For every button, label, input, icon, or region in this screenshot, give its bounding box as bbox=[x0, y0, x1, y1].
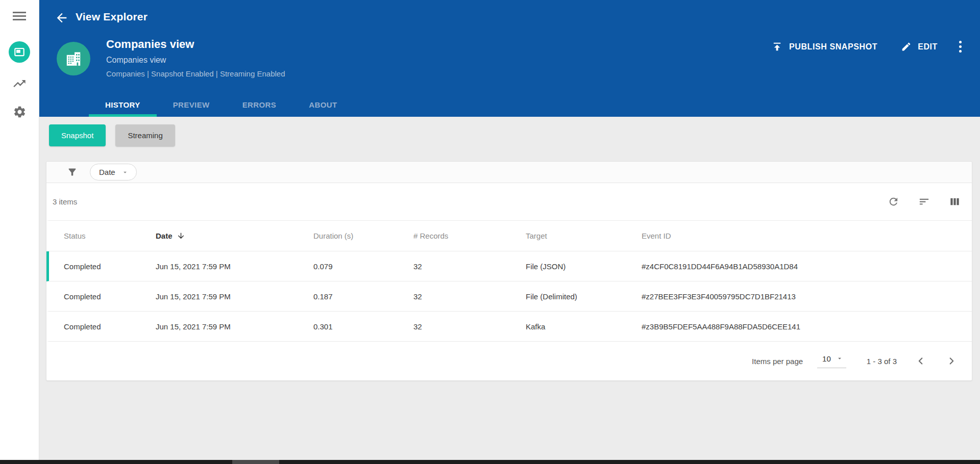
column-header-duration[interactable]: Duration (s) bbox=[313, 231, 413, 240]
chevron-left-icon[interactable] bbox=[914, 354, 927, 368]
trending-up-icon bbox=[12, 76, 27, 91]
page-header: View Explorer Companies view Compa bbox=[39, 0, 980, 117]
view-subtitle: Companies view bbox=[106, 56, 285, 65]
page-title: Companies view bbox=[106, 38, 285, 51]
table-row[interactable]: Completed Jun 15, 2021 7:59 PM 0.079 32 … bbox=[46, 251, 972, 281]
tab-bar: HISTORY PREVIEW ERRORS ABOUT bbox=[89, 92, 354, 117]
chevron-down-icon bbox=[121, 169, 129, 176]
view-meta: Companies | Snapshot Enabled | Streaming… bbox=[106, 69, 285, 78]
items-per-page-value: 10 bbox=[822, 354, 831, 363]
app-title: View Explorer bbox=[76, 11, 148, 23]
edit-pencil-icon bbox=[901, 41, 912, 52]
filter-funnel-icon[interactable] bbox=[67, 167, 78, 177]
bottom-taskbar-edge bbox=[0, 460, 980, 464]
cell-records: 32 bbox=[413, 262, 526, 271]
chevron-down-icon bbox=[836, 355, 843, 362]
menu-icon[interactable] bbox=[13, 12, 26, 22]
edit-button[interactable]: EDIT bbox=[901, 41, 938, 52]
chevron-right-icon[interactable] bbox=[945, 354, 958, 368]
sidebar bbox=[0, 0, 39, 460]
filter-bar: Date bbox=[46, 162, 972, 183]
cell-target: File (JSON) bbox=[526, 262, 642, 271]
cell-duration: 0.301 bbox=[313, 322, 413, 331]
table-toolbar: 3 items bbox=[46, 183, 972, 220]
sort-lines-icon[interactable] bbox=[918, 196, 930, 208]
toolbar-icons bbox=[887, 196, 961, 208]
cell-records: 32 bbox=[413, 322, 526, 331]
columns-icon[interactable] bbox=[948, 196, 961, 208]
cell-status: Completed bbox=[64, 292, 156, 301]
column-header-records[interactable]: # Records bbox=[413, 231, 526, 240]
column-header-target[interactable]: Target bbox=[526, 231, 642, 240]
cell-target: File (Delimited) bbox=[526, 292, 642, 301]
publish-snapshot-button[interactable]: PUBLISH SNAPSHOT bbox=[771, 41, 877, 53]
column-header-event-id[interactable]: Event ID bbox=[642, 231, 972, 240]
items-per-page-select[interactable]: 10 bbox=[817, 354, 846, 368]
cell-duration: 0.079 bbox=[313, 262, 413, 271]
view-avatar bbox=[57, 42, 90, 75]
cell-date: Jun 15, 2021 7:59 PM bbox=[156, 292, 313, 301]
publish-snapshot-label: PUBLISH SNAPSHOT bbox=[789, 42, 877, 51]
cell-event-id: #z27BEE3FF3E3F40059795DC7D1BF21413 bbox=[642, 292, 972, 301]
back-arrow-icon[interactable] bbox=[55, 11, 69, 25]
tab-errors[interactable]: ERRORS bbox=[226, 92, 293, 117]
edit-label: EDIT bbox=[918, 42, 938, 51]
views-icon bbox=[13, 45, 26, 59]
cell-duration: 0.187 bbox=[313, 292, 413, 301]
tab-preview[interactable]: PREVIEW bbox=[157, 92, 226, 117]
history-table-card: Date 3 items bbox=[46, 161, 972, 381]
column-header-date[interactable]: Date bbox=[156, 231, 313, 240]
sidebar-item-settings[interactable] bbox=[12, 105, 27, 119]
tab-history[interactable]: HISTORY bbox=[89, 92, 157, 117]
refresh-icon[interactable] bbox=[887, 196, 899, 208]
table-row[interactable]: Completed Jun 15, 2021 7:59 PM 0.187 32 … bbox=[46, 281, 972, 312]
content-area: Snapshot Streaming Date 3 items bbox=[39, 117, 980, 460]
table-header-row: Status Date Duration (s) # Records Targe… bbox=[46, 220, 972, 251]
tab-about[interactable]: ABOUT bbox=[292, 92, 353, 117]
scrollbar-thumb[interactable] bbox=[232, 460, 279, 464]
items-count: 3 items bbox=[53, 197, 77, 206]
column-header-status[interactable]: Status bbox=[64, 231, 156, 240]
arrow-down-icon bbox=[177, 231, 185, 240]
cell-event-id: #z4CF0C8191DD44F6A94B1AD58930A1D84 bbox=[642, 262, 972, 271]
table-row[interactable]: Completed Jun 15, 2021 7:59 PM 0.301 32 … bbox=[46, 312, 972, 342]
view-titles: Companies view Companies view Companies … bbox=[106, 38, 285, 78]
settings-gear-icon bbox=[13, 105, 27, 119]
pagination-bar: Items per page 10 1 - 3 of 3 bbox=[46, 342, 972, 380]
header-actions: PUBLISH SNAPSHOT EDIT bbox=[771, 39, 964, 55]
cell-target: Kafka bbox=[526, 322, 642, 331]
cell-event-id: #z3B9B5FDEF5AA488F9A88FDA5D6CEE141 bbox=[642, 322, 972, 331]
date-filter-label: Date bbox=[99, 168, 115, 176]
mode-toggles: Snapshot Streaming bbox=[49, 124, 980, 146]
date-filter-chip[interactable]: Date bbox=[90, 164, 137, 181]
snapshot-toggle-button[interactable]: Snapshot bbox=[49, 124, 106, 146]
upload-icon bbox=[771, 41, 783, 53]
page-range: 1 - 3 of 3 bbox=[867, 357, 897, 366]
streaming-toggle-button[interactable]: Streaming bbox=[115, 124, 175, 146]
cell-status: Completed bbox=[64, 262, 156, 271]
cell-date: Jun 15, 2021 7:59 PM bbox=[156, 262, 313, 271]
cell-status: Completed bbox=[64, 322, 156, 331]
kebab-menu-icon[interactable] bbox=[957, 39, 964, 55]
items-per-page-label: Items per page bbox=[752, 357, 803, 366]
cell-date: Jun 15, 2021 7:59 PM bbox=[156, 322, 313, 331]
sidebar-item-metrics[interactable] bbox=[12, 76, 27, 91]
cell-records: 32 bbox=[413, 292, 526, 301]
sidebar-item-views[interactable] bbox=[9, 41, 30, 63]
building-icon bbox=[64, 49, 83, 68]
